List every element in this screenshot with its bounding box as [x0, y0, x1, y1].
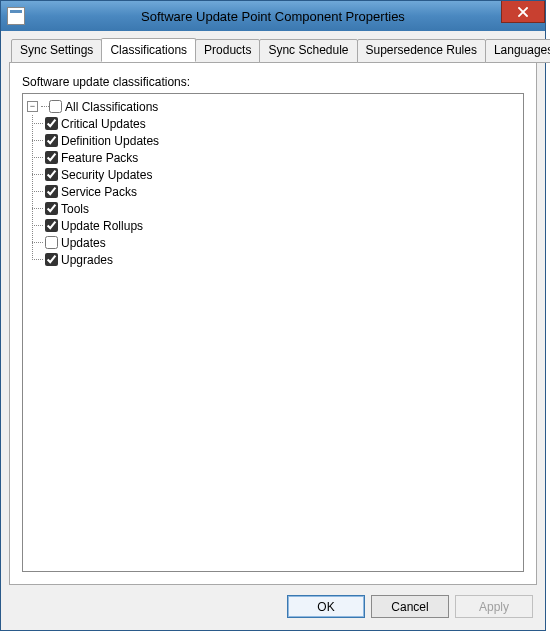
cancel-button[interactable]: Cancel: [371, 595, 449, 618]
checkbox-all-classifications[interactable]: [49, 100, 62, 113]
section-label: Software update classifications:: [22, 75, 524, 89]
checkbox-classification[interactable]: [45, 253, 58, 266]
classifications-tree[interactable]: − All Classifications Critical UpdatesDe…: [22, 93, 524, 572]
dialog-window: Software Update Point Component Properti…: [0, 0, 546, 631]
tab-sync-schedule[interactable]: Sync Schedule: [259, 39, 357, 63]
expand-collapse-icon[interactable]: −: [27, 101, 38, 112]
tab-label: Sync Schedule: [268, 43, 348, 57]
tree-node[interactable]: Upgrades: [45, 251, 519, 268]
tab-languages[interactable]: Languages: [485, 39, 550, 63]
tab-classifications[interactable]: Classifications: [101, 38, 196, 62]
window-title: Software Update Point Component Properti…: [31, 9, 545, 24]
checkbox-classification[interactable]: [45, 219, 58, 232]
tree-node[interactable]: Tools: [45, 200, 519, 217]
checkbox-classification[interactable]: [45, 134, 58, 147]
titlebar[interactable]: Software Update Point Component Properti…: [1, 1, 545, 31]
tree-node[interactable]: Definition Updates: [45, 132, 519, 149]
client-area: Sync Settings Classifications Products S…: [1, 31, 545, 630]
tab-label: Supersedence Rules: [366, 43, 477, 57]
checkbox-classification[interactable]: [45, 202, 58, 215]
tab-label: Classifications: [110, 43, 187, 57]
tree-node[interactable]: Security Updates: [45, 166, 519, 183]
tree-node-root[interactable]: − All Classifications: [27, 98, 519, 115]
close-button[interactable]: [501, 1, 545, 23]
tree-node[interactable]: Critical Updates: [45, 115, 519, 132]
checkbox-classification[interactable]: [45, 185, 58, 198]
ok-button[interactable]: OK: [287, 595, 365, 618]
checkbox-classification[interactable]: [45, 117, 58, 130]
tree-node-label: All Classifications: [65, 100, 158, 114]
tree-node[interactable]: Update Rollups: [45, 217, 519, 234]
tree-node-label: Tools: [61, 202, 89, 216]
tab-panel-classifications: Software update classifications: − All C…: [9, 62, 537, 585]
tab-supersedence-rules[interactable]: Supersedence Rules: [357, 39, 486, 63]
tree-node-label: Updates: [61, 236, 106, 250]
tree-node-label: Service Packs: [61, 185, 137, 199]
system-menu-icon[interactable]: [7, 7, 25, 25]
tree-node-label: Critical Updates: [61, 117, 146, 131]
tab-label: Products: [204, 43, 251, 57]
tab-label: Languages: [494, 43, 550, 57]
tree-node[interactable]: Service Packs: [45, 183, 519, 200]
tree-node-label: Feature Packs: [61, 151, 138, 165]
tree-node[interactable]: Updates: [45, 234, 519, 251]
tab-label: Sync Settings: [20, 43, 93, 57]
tab-sync-settings[interactable]: Sync Settings: [11, 39, 102, 63]
checkbox-classification[interactable]: [45, 168, 58, 181]
button-bar: OK Cancel Apply: [9, 585, 537, 622]
checkbox-classification[interactable]: [45, 151, 58, 164]
tree-node[interactable]: Feature Packs: [45, 149, 519, 166]
tree-node-label: Update Rollups: [61, 219, 143, 233]
tab-strip: Sync Settings Classifications Products S…: [9, 39, 537, 63]
close-icon: [518, 7, 528, 17]
apply-button[interactable]: Apply: [455, 595, 533, 618]
tree-node-label: Upgrades: [61, 253, 113, 267]
tab-products[interactable]: Products: [195, 39, 260, 63]
tree-node-label: Definition Updates: [61, 134, 159, 148]
tree-connector: [41, 106, 49, 108]
tree-node-label: Security Updates: [61, 168, 152, 182]
checkbox-classification[interactable]: [45, 236, 58, 249]
